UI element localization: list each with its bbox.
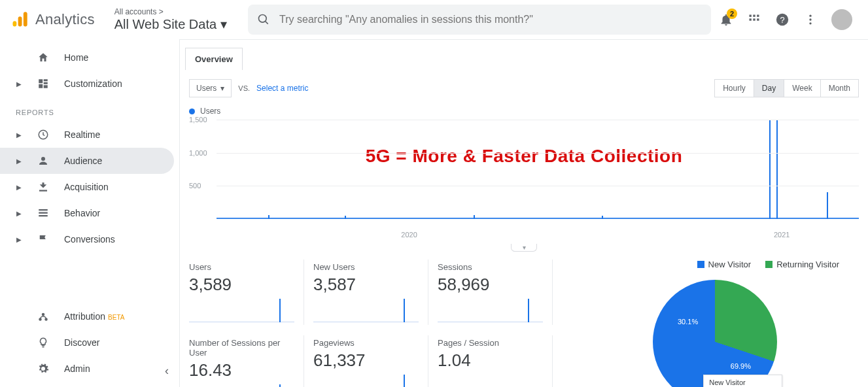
- help-icon[interactable]: ?: [775, 12, 790, 27]
- main-content: Overview Users ▾ VS. Select a metric Hou…: [180, 39, 868, 387]
- line-chart: Users 5G = More & Faster Data Collection…: [180, 107, 868, 240]
- caret-down-icon: ▾: [220, 84, 224, 93]
- svg-rect-24: [39, 209, 48, 210]
- chart-spike: [602, 216, 603, 219]
- search-input[interactable]: [279, 14, 702, 25]
- sidebar-item-behavior[interactable]: ▶ Behavior: [0, 200, 174, 226]
- sparkline: [438, 299, 543, 322]
- more-vert-icon[interactable]: [804, 13, 817, 26]
- pie-legend-item: Returning Visitor: [765, 260, 839, 269]
- sparkline: [313, 375, 419, 387]
- person-icon: [37, 155, 50, 167]
- sidebar-item-audience[interactable]: ▶ Audience: [0, 148, 174, 174]
- list-icon: [37, 207, 50, 219]
- sidebar-item-attribution[interactable]: AttributionBETA: [0, 303, 179, 329]
- gear-icon: [37, 363, 50, 375]
- svg-rect-2: [24, 12, 27, 26]
- pie-legend-item: New Visitor: [697, 260, 752, 269]
- lightbulb-icon: [37, 337, 50, 348]
- granularity-month[interactable]: Month: [821, 80, 858, 97]
- pie-legend: New VisitorReturning Visitor: [697, 260, 859, 269]
- account-view-label: All Web Site Data: [114, 17, 217, 32]
- chart-baseline: [217, 218, 859, 219]
- svg-rect-17: [44, 79, 48, 81]
- chart-spike: [268, 215, 269, 219]
- metric-card[interactable]: Pages / Session1.04: [438, 335, 553, 387]
- notifications-button[interactable]: 2: [719, 12, 733, 27]
- chart-expand-handle[interactable]: ▾: [180, 244, 868, 252]
- vs-label: VS.: [238, 84, 250, 92]
- metric-card[interactable]: New Users3,587: [313, 260, 428, 325]
- user-avatar[interactable]: [831, 9, 852, 30]
- legend-dot-icon: [189, 109, 195, 114]
- tab-overview[interactable]: Overview: [185, 48, 243, 70]
- brand-text: Analytics: [35, 11, 95, 28]
- sidebar-item-customization[interactable]: ▶ Customization: [0, 71, 174, 97]
- sparkline: [189, 299, 294, 322]
- metric-label: Pageviews: [313, 338, 419, 348]
- svg-line-4: [266, 22, 268, 24]
- sidebar-item-acquisition[interactable]: ▶ Acquisition: [0, 174, 174, 200]
- svg-rect-25: [39, 212, 48, 214]
- svg-rect-0: [13, 21, 17, 26]
- metrics-grid: Users3,589New Users3,587Sessions58,969Nu…: [189, 260, 562, 387]
- sidebar-item-conversions[interactable]: ▶ Conversions: [0, 226, 174, 252]
- chart-spike: [474, 215, 475, 219]
- sidebar-item-admin[interactable]: Admin: [0, 356, 179, 382]
- select-metric-link[interactable]: Select a metric: [256, 84, 308, 93]
- chart-spike: [776, 120, 778, 219]
- metric-label: Pages / Session: [438, 338, 543, 348]
- metric-card[interactable]: Users3,589: [189, 260, 304, 325]
- account-selector[interactable]: All accounts > All Web Site Data ▾: [112, 7, 227, 32]
- x-tick-label: 2020: [401, 231, 417, 239]
- svg-rect-8: [750, 18, 752, 20]
- metric-card[interactable]: Pageviews61,337: [313, 335, 428, 387]
- svg-rect-20: [44, 85, 48, 88]
- metric-card[interactable]: Number of Sessions per User16.43: [189, 335, 304, 387]
- chevron-right-icon: ▶: [16, 131, 22, 139]
- svg-point-15: [809, 22, 811, 24]
- chart-spike: [769, 120, 771, 219]
- tab-bar: Overview: [180, 40, 868, 70]
- sidebar-item-realtime[interactable]: ▶ Realtime: [0, 122, 174, 148]
- svg-rect-26: [39, 215, 48, 216]
- account-view[interactable]: All Web Site Data ▾: [114, 16, 227, 32]
- svg-point-28: [45, 318, 47, 320]
- arrow-in-icon: [37, 181, 50, 193]
- legend-swatch-icon: [697, 261, 704, 268]
- metric-value: 3,589: [189, 275, 294, 295]
- svg-rect-10: [757, 18, 759, 20]
- notification-badge: 2: [727, 8, 737, 19]
- granularity-week[interactable]: Week: [784, 80, 820, 97]
- metric-value: 3,587: [313, 275, 419, 295]
- logo-block: Analytics: [10, 10, 104, 29]
- analytics-logo-icon: [10, 10, 29, 29]
- topbar-actions: 2 ?: [719, 9, 858, 30]
- search-icon: [257, 13, 270, 26]
- beta-badge: BETA: [108, 314, 124, 321]
- chevron-right-icon: ▶: [16, 158, 22, 165]
- sparkline: [189, 384, 294, 387]
- collapse-sidebar-button[interactable]: ‹: [161, 360, 173, 382]
- granularity-day[interactable]: Day: [754, 80, 784, 97]
- controls-row: Users ▾ VS. Select a metric HourlyDayWee…: [180, 70, 868, 107]
- svg-rect-16: [39, 79, 43, 83]
- pie-slice-label: 30.1%: [678, 318, 698, 326]
- sidebar-item-discover[interactable]: Discover: [0, 329, 179, 356]
- metric-dropdown[interactable]: Users ▾: [189, 79, 232, 97]
- pie-chart-block: New VisitorReturning Visitor 30.1% 69.9%…: [571, 260, 859, 387]
- sidebar-item-home[interactable]: Home: [0, 44, 174, 71]
- sidebar: Home ▶ Customization REPORTS ▶ Realtime …: [0, 39, 180, 387]
- metric-value: 61,337: [313, 350, 419, 371]
- pie-slice-label: 69.9%: [731, 362, 751, 370]
- svg-point-22: [41, 157, 45, 161]
- svg-rect-1: [18, 16, 22, 26]
- metric-card[interactable]: Sessions58,969: [438, 260, 553, 325]
- chart-legend: Users: [189, 107, 859, 116]
- y-tick-label: 500: [189, 182, 201, 190]
- granularity-switch: HourlyDayWeekMonth: [714, 79, 859, 97]
- apps-grid-icon[interactable]: [748, 13, 761, 26]
- granularity-hourly[interactable]: Hourly: [715, 80, 754, 97]
- search-box[interactable]: [248, 5, 711, 35]
- chevron-right-icon: ▶: [16, 210, 22, 217]
